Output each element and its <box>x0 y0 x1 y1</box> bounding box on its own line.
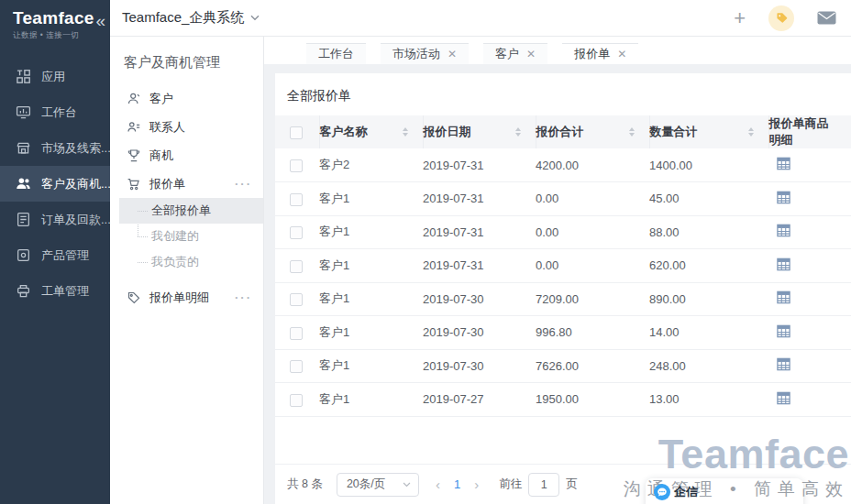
submenu-item-quotes[interactable]: 报价单 ··· <box>110 170 263 198</box>
row-checkbox[interactable] <box>290 360 303 373</box>
quote-detail-grid-icon[interactable] <box>776 390 791 406</box>
close-tab-icon[interactable]: ✕ <box>617 49 626 60</box>
brand-tagline: 让数据 • 连接一切 <box>13 30 110 41</box>
more-options-icon[interactable]: ··· <box>235 291 252 303</box>
cell-date: 2019-07-27 <box>423 383 536 417</box>
close-tab-icon[interactable]: ✕ <box>448 49 457 60</box>
sidebar-item-6[interactable]: 工单管理 <box>0 273 110 309</box>
collapse-sidebar-icon[interactable]: « <box>95 12 105 29</box>
table-row: 客户12019-07-271950.0013.00 <box>275 383 851 417</box>
sidebar-item-2[interactable]: 市场及线索... <box>0 130 110 166</box>
column-header-1[interactable]: 报价日期 <box>423 115 536 148</box>
row-checkbox[interactable] <box>290 193 303 206</box>
sidebar-item-label: 市场及线索... <box>41 140 111 157</box>
column-header-3[interactable]: 数量合计 <box>649 115 768 148</box>
tree-item-label: 全部报价单 <box>151 203 211 219</box>
sidebar-item-1[interactable]: 工作台 <box>0 94 110 130</box>
quote-detail-grid-icon[interactable] <box>776 190 791 205</box>
close-tab-icon[interactable]: ✕ <box>526 49 536 60</box>
row-checkbox[interactable] <box>290 394 303 407</box>
cell-quantity: 890.00 <box>649 282 768 316</box>
cell-customer: 客户1 <box>319 383 423 417</box>
tab-3[interactable]: 报价单✕ <box>562 43 638 64</box>
table-row: 客户12019-07-310.0088.00 <box>275 215 851 249</box>
sidebar-item-label: 客户及商机... <box>41 176 111 192</box>
primary-sidebar: Teamface 让数据 • 连接一切 « 应用工作台市场及线索...客户及商机… <box>0 0 110 504</box>
quote-detail-grid-icon[interactable] <box>776 323 791 339</box>
tab-2[interactable]: 客户✕ <box>483 43 547 64</box>
top-bar: Teamface_企典系统 + <box>110 0 851 37</box>
column-label: 数量合计 <box>650 124 698 140</box>
prev-page-button[interactable]: ‹ <box>430 477 446 492</box>
tab-0[interactable]: 工作台 <box>306 43 366 64</box>
quote-detail-grid-icon[interactable] <box>776 156 791 171</box>
column-label: 报价日期 <box>424 124 471 140</box>
sidebar-item-4[interactable]: 订单及回款... <box>0 202 110 237</box>
cell-customer: 客户1 <box>319 215 423 249</box>
workspace-switcher[interactable]: Teamface_企典系统 <box>122 9 260 27</box>
row-checkbox[interactable] <box>290 159 303 172</box>
row-checkbox[interactable] <box>290 293 303 306</box>
table-row: 客户12019-07-307626.00248.00 <box>275 349 851 383</box>
submenu-item-contacts[interactable]: 联系人 <box>110 113 263 141</box>
sidebar-item-5[interactable]: 产品管理 <box>0 237 110 273</box>
sidebar-item-label: 应用 <box>41 69 65 85</box>
row-checkbox-cell <box>275 316 319 350</box>
column-header-0[interactable]: 客户名称 <box>319 115 423 148</box>
workspace-title: Teamface_企典系统 <box>122 9 244 27</box>
brand-header: Teamface 让数据 • 连接一切 « <box>0 0 110 48</box>
page-size-select[interactable]: 20条/页 <box>337 473 419 497</box>
quote-detail-grid-icon[interactable] <box>776 223 791 238</box>
market-icon <box>16 140 31 156</box>
cell-date: 2019-07-30 <box>423 316 536 350</box>
add-button[interactable]: + <box>734 8 746 28</box>
tab-bar: 工作台市场活动✕客户✕报价单✕ <box>264 37 851 64</box>
quote-detail-grid-icon[interactable] <box>776 290 791 305</box>
chat-widget-label: 企信 <box>674 484 698 500</box>
row-checkbox-cell <box>275 282 319 316</box>
sort-carets-icon[interactable] <box>629 127 635 137</box>
row-checkbox-cell <box>275 148 319 182</box>
submenu-child-all-quotes[interactable]: 全部报价单 <box>119 198 263 224</box>
chat-bubble-icon <box>654 484 670 500</box>
row-checkbox[interactable] <box>290 260 303 273</box>
row-checkbox[interactable] <box>290 226 303 239</box>
quote-detail-grid-icon[interactable] <box>776 356 791 372</box>
tag-icon <box>775 11 789 25</box>
submenu-item-customers[interactable]: 客户 <box>110 84 263 113</box>
next-page-button[interactable]: › <box>469 477 484 492</box>
column-header-2[interactable]: 报价合计 <box>536 115 649 148</box>
cell-quantity: 1400.00 <box>649 148 768 182</box>
sort-carets-icon[interactable] <box>515 127 521 137</box>
primary-nav: 应用工作台市场及线索...客户及商机...订单及回款...产品管理工单管理 <box>0 48 110 309</box>
submenu-child-created-by-me[interactable]: 我创建的 <box>110 224 263 249</box>
sort-carets-icon[interactable] <box>403 127 408 137</box>
submenu-item-opportunities[interactable]: 商机 <box>110 141 263 170</box>
goto-label: 前往 <box>499 477 522 492</box>
chat-widget-button[interactable]: 企信 <box>646 478 803 504</box>
goto-page-input[interactable] <box>528 473 559 497</box>
tag-button[interactable] <box>768 5 794 31</box>
select-all-checkbox[interactable] <box>290 126 303 139</box>
cell-quantity: 13.00 <box>649 383 768 417</box>
more-options-icon[interactable]: ··· <box>235 178 252 190</box>
tab-label: 客户 <box>495 46 519 62</box>
cell-amount: 4200.00 <box>536 148 649 182</box>
submenu-item-quote-details[interactable]: 报价单明细 ··· <box>110 283 263 312</box>
cell-quantity: 620.00 <box>649 249 768 283</box>
sidebar-item-3[interactable]: 客户及商机... <box>0 166 110 202</box>
sidebar-item-label: 订单及回款... <box>41 212 111 228</box>
customer-icon <box>127 92 141 106</box>
sort-carets-icon[interactable] <box>748 127 754 137</box>
quote-detail-grid-icon[interactable] <box>776 257 791 272</box>
submenu-child-owned-by-me[interactable]: 我负责的 <box>110 249 263 275</box>
mail-button[interactable] <box>817 11 836 25</box>
row-checkbox-cell <box>275 249 319 283</box>
cell-customer: 客户1 <box>319 182 423 216</box>
tab-1[interactable]: 市场活动✕ <box>381 43 469 64</box>
current-page-button[interactable]: 1 <box>446 477 469 491</box>
select-all-cell <box>275 115 319 148</box>
sidebar-item-0[interactable]: 应用 <box>0 59 110 94</box>
contact-icon <box>127 120 141 135</box>
row-checkbox[interactable] <box>290 327 303 340</box>
